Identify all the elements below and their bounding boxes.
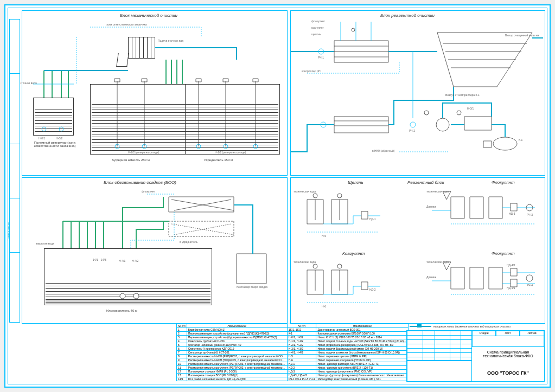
svg-rect-30 xyxy=(46,300,210,304)
svg-rect-42 xyxy=(470,197,483,219)
dw-water-in: закрытая вода xyxy=(36,242,54,245)
table-row: 4Смеситель трубчатый IC-201Н-1/1, Н-1/2Н… xyxy=(177,339,409,343)
pane3-lines xyxy=(22,178,287,323)
ph-ctrl: контроллер рН xyxy=(302,69,321,73)
table-header: Наименование xyxy=(187,324,287,328)
drain1: Дренаж xyxy=(426,205,436,208)
table-row: 8Растворная емкость NaOH (РЕП)RC03, с эл… xyxy=(177,355,409,358)
techwater1: техническая вода xyxy=(294,190,316,193)
techwater2: техническая вода xyxy=(294,260,316,264)
reagent-coag: коагулянт xyxy=(311,26,324,29)
tag-r2: РЧ-2 xyxy=(409,129,415,132)
pane-reagent: Блок реагентной очистки xyxy=(290,10,545,176)
svg-rect-47 xyxy=(451,267,464,289)
tag-n6: Н-6 xyxy=(322,305,326,308)
table-row: 13Полимерная станция BОП (РL 3-500)(1)НД… xyxy=(177,374,409,377)
pane4-lines xyxy=(291,178,545,323)
svg-point-22 xyxy=(424,111,429,115)
svg-point-20 xyxy=(410,122,416,127)
equipment-table: № п/пНаименование№ п/пНаименование 1Бара… xyxy=(176,324,409,381)
svg-rect-49 xyxy=(489,267,502,289)
table-row: 7Сепаратор трубчатый(!) КСТ-201Н-4/1, Н-… xyxy=(177,351,409,355)
svg-point-33 xyxy=(313,194,317,198)
svg-point-17 xyxy=(493,137,517,150)
tag-nd41: НД-4/1 xyxy=(507,286,515,290)
dw-to-eq: в усреднитель xyxy=(180,240,197,243)
svg-rect-16 xyxy=(464,117,492,130)
legend-row: напорные линии движения сточных вод в пр… xyxy=(410,324,545,329)
techwater3: техническая вода xyxy=(426,190,449,193)
svg-rect-53 xyxy=(511,279,517,287)
table-row: 10Растворная емкость коагулянта (РЕП)RC0… xyxy=(177,362,409,366)
svg-rect-27 xyxy=(237,254,266,284)
tag-nd42: НД-4/2 xyxy=(507,264,515,267)
inner-frame: Блок механической очистки Приемный резер… xyxy=(8,8,547,384)
tag-n41: Н-4/1 xyxy=(119,259,125,262)
tag-nd3: НД-3 xyxy=(509,212,515,215)
tag-r1: РЧ-1 xyxy=(318,56,324,59)
tag-k1: К-1 xyxy=(519,138,522,142)
hdr-list: Лист xyxy=(496,331,520,336)
techwater4: техническая вода xyxy=(426,260,449,264)
pane-reagent-prep: Щелочь Реагентный блок Флокулянт Коагуля… xyxy=(290,177,545,324)
to-npf: в НКФ (обратный) xyxy=(372,149,394,152)
drain2: Дренаж xyxy=(426,275,436,279)
hdr-listov: Листов xyxy=(520,331,544,336)
table-row: 2Перемешивающее устройство (усреднитель)… xyxy=(177,332,409,336)
table-header: № п/п xyxy=(287,324,316,328)
table-row: 14/1Dt в рамка шламовой емкости ДМ Ш(-22… xyxy=(177,377,409,381)
left-ladder xyxy=(9,19,20,323)
sheet-title: Схема принципиальная технологическая бло… xyxy=(472,347,544,366)
svg-point-51 xyxy=(526,275,533,281)
svg-point-39 xyxy=(337,264,342,268)
pane-mechanical: Блок механической очистки Приемный резер… xyxy=(22,10,288,176)
drawing-sheet: Блок механической очистки Приемный резер… xyxy=(4,4,551,388)
tag-r3: РЧ-3 xyxy=(527,213,533,216)
title-block: Схема принципиальная технологическая бло… xyxy=(406,330,545,382)
pump-tag-n22: Н-2/2 (резерв на складе) xyxy=(128,151,159,154)
svg-point-29 xyxy=(133,293,139,299)
pane-dewatering: Блок обезвоживания осадков (БОО) Илонако… xyxy=(22,177,288,324)
table-row: 1Барабанная сита СБМ 600(1)1S/1, 1S/2Дод… xyxy=(177,328,409,332)
svg-rect-35 xyxy=(361,211,368,219)
svg-point-1 xyxy=(59,127,63,131)
svg-rect-46 xyxy=(511,203,517,211)
tag-r4: РЧ-4 xyxy=(527,284,533,287)
company-name: ООО "ТОРОС ГК" xyxy=(472,366,544,382)
svg-rect-52 xyxy=(511,268,517,276)
table-row: 11Растворная емкость коагулянта (РЕП)RC0… xyxy=(177,366,409,370)
pane3-tag-1: 14/1 xyxy=(93,258,98,261)
svg-point-15 xyxy=(436,118,449,131)
svg-rect-18 xyxy=(483,141,492,147)
svg-rect-14 xyxy=(334,117,388,133)
svg-rect-41 xyxy=(451,197,464,219)
table-row: 12Полимерная станция НУРФ (РL 3-500)НД-3… xyxy=(177,370,409,374)
table-header: Наименование xyxy=(316,324,409,328)
reagent-alk: щелочь xyxy=(311,33,321,36)
tag-nd1: НД-1 xyxy=(369,217,375,221)
table-header: № п/п xyxy=(177,324,187,328)
clean-out: Выход очищенной воды на xyxy=(505,34,539,37)
tag-n42: Н-4/2 xyxy=(132,259,138,262)
pump-tag-n12: Н-1/2 (резерв на складе) xyxy=(215,151,246,154)
tag-n5: Н-5 xyxy=(322,234,326,237)
svg-point-24 xyxy=(352,28,355,31)
svg-rect-43 xyxy=(489,197,502,219)
svg-point-34 xyxy=(337,194,342,198)
pump-tag-n02: Н-0/2 xyxy=(56,137,62,140)
svg-rect-40 xyxy=(361,282,368,290)
table-row: 5Флотатор напорный (реагентный) НФП-40Н-… xyxy=(177,343,409,347)
table-row: 9Растворная емкость NaOH (500)RC05, с эл… xyxy=(177,358,409,362)
svg-point-0 xyxy=(42,127,46,131)
tag-nd2: НД-2 xyxy=(369,288,375,291)
tag-n31: Н-3/1 xyxy=(467,107,474,110)
reagent-floc: флокулянт xyxy=(311,20,325,23)
svg-point-38 xyxy=(313,264,317,268)
dw-container: Контейнер сбора осадка xyxy=(237,285,269,288)
pane3-tag-2: 14/3 xyxy=(101,258,106,261)
pump-tag-n01: Н-0/1 xyxy=(39,137,45,140)
svg-rect-48 xyxy=(470,267,483,289)
svg-point-23 xyxy=(457,111,461,115)
dw-floc-in: флокулянт xyxy=(142,190,155,193)
table-row: 3Перемешивающее устройство (буферная емк… xyxy=(177,336,409,339)
